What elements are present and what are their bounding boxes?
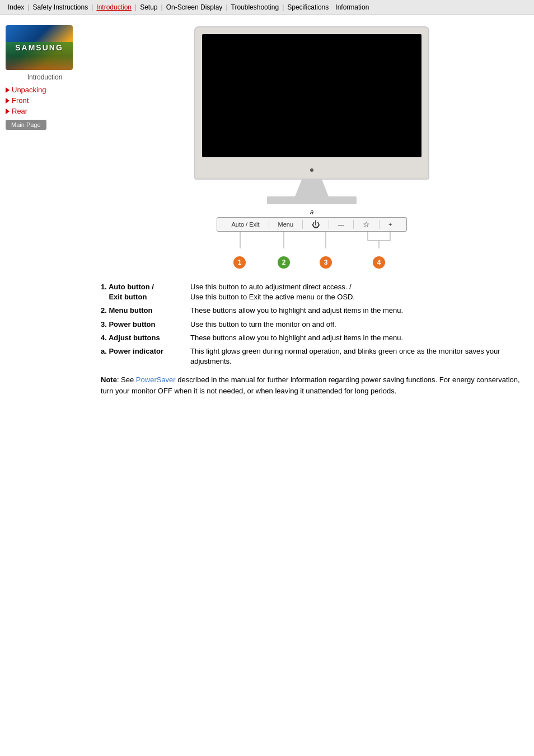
num-circle-1: 1	[233, 256, 246, 269]
button-panel: a Auto / Exit Menu ⏻ — ☆ +	[194, 208, 429, 271]
btn-plus-label: +	[384, 221, 396, 228]
sidebar-intro-label: Introduction	[6, 73, 84, 81]
arrow-icon	[6, 87, 10, 93]
btn-divider-3	[329, 220, 329, 229]
desc-key-3-label: 3. Power button	[101, 320, 156, 328]
sidebar-label-unpacking: Unpacking	[12, 86, 46, 94]
desc-key-1: 1. Auto button / Exit button	[101, 282, 190, 302]
btn-row: Auto / Exit Menu ⏻ — ☆ +	[217, 217, 407, 232]
desc-row-4: 4. Adjust buttons These buttons allow yo…	[101, 333, 523, 343]
desc-key-1-label: 1. Auto button /	[101, 283, 154, 291]
desc-val-3: Use this button to turn the monitor on a…	[190, 320, 523, 330]
monitor-illustration: a Auto / Exit Menu ⏻ — ☆ +	[101, 26, 523, 271]
desc-row-1: 1. Auto button / Exit button Use this bu…	[101, 282, 523, 302]
main-page-button[interactable]: Main Page	[6, 120, 46, 130]
description-table: 1. Auto button / Exit button Use this bu…	[101, 282, 523, 367]
num-circle-2: 2	[278, 256, 290, 269]
sidebar: SAMSUNG Introduction Unpacking Front Rea…	[0, 21, 90, 402]
desc-key-3: 3. Power button	[101, 320, 190, 330]
btn-auto-exit-label: Auto / Exit	[227, 221, 264, 228]
desc-row-2: 2. Menu button These buttons allow you t…	[101, 306, 523, 316]
num-circle-4: 4	[373, 256, 385, 269]
desc-key-2: 2. Menu button	[101, 306, 190, 316]
sidebar-label-front: Front	[12, 96, 29, 105]
note-section: Note: See PowerSaver described in the ma…	[101, 374, 523, 396]
desc-key-2-label: 2. Menu button	[101, 306, 152, 314]
monitor-chin	[202, 157, 421, 174]
arrow-icon	[6, 98, 10, 104]
sidebar-item-rear[interactable]: Rear	[6, 107, 84, 115]
desc-val-a: This light glows green during normal ope…	[190, 346, 523, 367]
btn-brightness-icon: ☆	[358, 220, 374, 229]
nav-info[interactable]: Information	[332, 2, 372, 12]
label-a-row: a	[194, 208, 429, 216]
nav-specs[interactable]: Specifications	[284, 2, 332, 12]
nav-osd[interactable]: On-Screen Display	[163, 2, 226, 12]
desc-val-4: These buttons allow you to highlight and…	[190, 333, 523, 343]
nav-index[interactable]: Index	[4, 2, 27, 12]
btn-power-icon: ⏻	[307, 220, 324, 229]
desc-key-4: 4. Adjust buttons	[101, 333, 190, 343]
btn-divider-5	[379, 220, 380, 229]
note-text-before: : See	[117, 375, 136, 384]
desc-key-a-label: a. Power indicator	[101, 347, 163, 355]
desc-row-a: a. Power indicator This light glows gree…	[101, 346, 523, 367]
monitor-outer	[194, 26, 429, 180]
arrow-icon	[6, 109, 10, 114]
page-body: SAMSUNG Introduction Unpacking Front Rea…	[0, 15, 534, 407]
num-circle-3: 3	[320, 256, 332, 269]
monitor-screen	[202, 34, 421, 157]
monitor-stand-base	[267, 196, 357, 204]
connector-section: 1 2 3 4	[217, 232, 407, 271]
nav-safety[interactable]: Safety Instructions	[29, 2, 91, 12]
desc-row-3: 3. Power button Use this button to turn …	[101, 320, 523, 330]
desc-val-1: Use this button to auto adjustment direc…	[190, 282, 523, 302]
sidebar-logo: SAMSUNG	[6, 25, 73, 70]
note-label: Note	[101, 375, 117, 384]
sidebar-item-front[interactable]: Front	[6, 96, 84, 105]
nav-troubleshooting[interactable]: Troubleshooting	[228, 2, 283, 12]
sidebar-item-unpacking[interactable]: Unpacking	[6, 86, 84, 94]
power-dot	[310, 168, 313, 172]
label-a: a	[310, 208, 314, 216]
btn-menu-label: Menu	[274, 221, 298, 228]
monitor-wrap: a Auto / Exit Menu ⏻ — ☆ +	[194, 26, 429, 271]
desc-key-4-label: 4. Adjust buttons	[101, 334, 160, 342]
desc-key-a: a. Power indicator	[101, 346, 190, 367]
nav-setup[interactable]: Setup	[137, 2, 161, 12]
navbar: Index | Safety Instructions | Introducti…	[0, 0, 534, 15]
powersaver-link[interactable]: PowerSaver	[136, 375, 176, 384]
nav-introduction[interactable]: Introduction	[93, 2, 135, 12]
sidebar-label-rear: Rear	[12, 107, 27, 115]
btn-divider-1	[269, 220, 269, 229]
desc-val-2: These buttons allow you to highlight and…	[190, 306, 523, 316]
monitor-stand-top	[295, 180, 329, 196]
btn-divider-2	[302, 220, 303, 229]
btn-minus-label: —	[334, 221, 349, 228]
main-content: a Auto / Exit Menu ⏻ — ☆ +	[90, 21, 534, 402]
btn-divider-4	[353, 220, 354, 229]
brand-name: SAMSUNG	[15, 43, 63, 52]
desc-key-1-label2: Exit button	[101, 293, 147, 301]
